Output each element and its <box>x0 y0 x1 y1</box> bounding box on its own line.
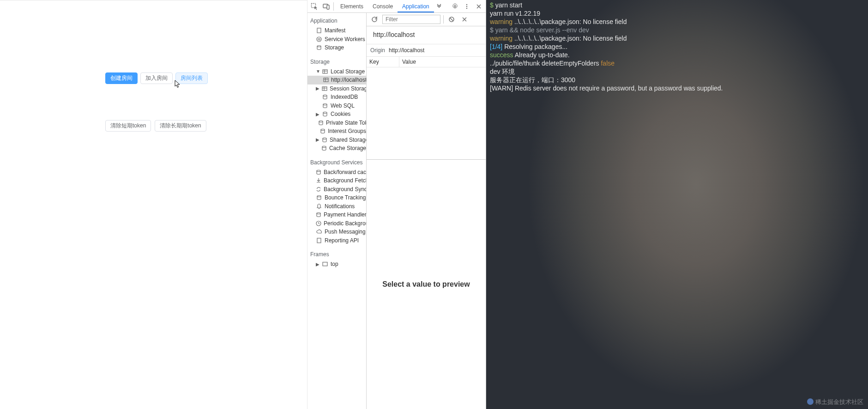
item-cookies[interactable]: ▶Cookies <box>307 110 366 119</box>
section-storage: Storage <box>307 57 366 67</box>
close-devtools-icon[interactable] <box>474 1 484 12</box>
juejin-logo-icon <box>807 398 814 405</box>
room-button-row: 创建房间 加入房间 房间列表 <box>105 72 208 84</box>
database-icon <box>322 94 328 100</box>
sync-icon <box>316 186 321 192</box>
terminal-output: $ yarn startyarn run v1.22.19warning ..\… <box>490 1 864 92</box>
svg-point-6 <box>466 7 467 8</box>
svg-point-19 <box>323 138 326 139</box>
svg-point-22 <box>317 196 321 197</box>
expand-arrow-icon[interactable]: ▶ <box>316 112 319 117</box>
item-indexeddb[interactable]: IndexedDB <box>307 93 366 102</box>
terminal-panel[interactable]: $ yarn startyarn run v1.22.19warning ..\… <box>486 0 868 409</box>
label: Payment Handler <box>324 211 367 218</box>
col-value[interactable]: Value <box>399 57 486 67</box>
section-frames: Frames <box>307 249 366 260</box>
item-notifications[interactable]: Notifications <box>307 202 366 211</box>
more-tabs-icon[interactable] <box>434 1 444 12</box>
svg-rect-7 <box>317 28 321 33</box>
label: Reporting API <box>325 237 359 244</box>
item-private-state-tokens[interactable]: Private State Tokens <box>307 119 366 127</box>
watermark: 稀土掘金技术社区 <box>807 398 863 406</box>
tab-application[interactable]: Application <box>398 0 434 12</box>
toolbar-divider <box>333 2 334 11</box>
expand-arrow-icon[interactable]: ▶ <box>316 262 319 267</box>
svg-rect-26 <box>323 262 327 266</box>
tab-console[interactable]: Console <box>368 0 398 12</box>
bell-icon <box>316 203 322 210</box>
device-toolbar-icon[interactable] <box>321 1 332 12</box>
tab-elements[interactable]: Elements <box>336 0 368 12</box>
label: Manifest <box>325 27 345 34</box>
origin-row: Origin http://localhost <box>367 44 486 57</box>
database-icon <box>316 194 322 201</box>
database-icon <box>322 102 328 109</box>
item-service-workers[interactable]: Service Workers <box>307 35 366 44</box>
item-local-storage-origin[interactable]: http://localhost <box>307 76 366 84</box>
expand-arrow-icon[interactable]: ▶ <box>316 137 319 142</box>
database-icon <box>318 120 324 126</box>
frame-icon <box>322 261 328 267</box>
fetch-icon <box>316 177 321 184</box>
svg-point-14 <box>323 95 327 96</box>
item-storage[interactable]: Storage <box>307 43 366 52</box>
origin-header: http://localhost <box>367 26 486 44</box>
expand-arrow-icon[interactable]: ▶ <box>316 86 319 91</box>
inspect-element-icon[interactable] <box>309 1 319 12</box>
item-web-sql[interactable]: Web SQL <box>307 102 366 110</box>
clock-icon <box>316 220 321 227</box>
origin-title: http://localhost <box>373 31 479 38</box>
clear-icon[interactable] <box>459 14 470 24</box>
item-periodic-bg[interactable]: Periodic Background Sync <box>307 219 366 228</box>
col-key[interactable]: Key <box>367 57 399 67</box>
item-session-storage[interactable]: ▶Session Storage <box>307 84 366 93</box>
storage-table-body[interactable] <box>367 67 486 160</box>
label: Service Workers <box>325 36 365 42</box>
item-manifest[interactable]: Manifest <box>307 26 366 35</box>
create-room-button[interactable]: 创建房间 <box>105 72 138 84</box>
settings-icon[interactable] <box>450 1 460 12</box>
application-sidebar[interactable]: Application Manifest Service Workers Sto… <box>307 13 367 409</box>
svg-rect-11 <box>323 70 327 73</box>
item-interest-groups[interactable]: Interest Groups <box>307 127 366 136</box>
label: Push Messaging <box>325 229 366 235</box>
item-bounce-tracking[interactable]: Bounce Tracking <box>307 193 366 202</box>
item-payment-handler[interactable]: Payment Handler <box>307 211 366 219</box>
filter-input[interactable] <box>382 15 440 24</box>
svg-point-18 <box>321 129 325 131</box>
svg-rect-13 <box>322 87 327 90</box>
item-shared-storage[interactable]: ▶Shared Storage <box>307 136 366 144</box>
clear-long-token-button[interactable]: 清除长期期token <box>155 120 206 132</box>
join-room-button[interactable]: 加入房间 <box>140 72 173 84</box>
label: Periodic Background Sync <box>324 220 367 227</box>
watermark-text: 稀土掘金技术社区 <box>815 398 863 405</box>
item-top-frame[interactable]: ▶top <box>307 260 366 269</box>
room-list-button[interactable]: 房间列表 <box>175 72 208 84</box>
svg-point-15 <box>323 103 327 105</box>
item-reporting-api[interactable]: Reporting API <box>307 236 366 245</box>
label: Back/forward cache <box>324 169 367 175</box>
label: Background Fetch <box>324 177 367 184</box>
item-bg-fetch[interactable]: Background Fetch <box>307 176 366 185</box>
item-push-messaging[interactable]: Push Messaging <box>307 228 366 236</box>
storage-detail-panel: http://localhost Origin http://localhost… <box>367 13 486 409</box>
item-local-storage[interactable]: ▼Local Storage <box>307 67 366 76</box>
collapse-arrow-icon[interactable]: ▼ <box>316 69 319 74</box>
item-bg-sync[interactable]: Background Sync <box>307 185 366 194</box>
item-cache-storage[interactable]: Cache Storage <box>307 144 366 153</box>
block-icon[interactable] <box>446 14 457 24</box>
database-icon <box>322 137 327 143</box>
devtools-toolbar: Elements Console Application <box>307 0 486 13</box>
storage-table-header: Key Value <box>367 57 486 67</box>
kebab-menu-icon[interactable] <box>462 1 472 12</box>
clear-short-token-button[interactable]: 清除短期token <box>105 120 151 132</box>
svg-point-10 <box>317 46 321 47</box>
label: Cookies <box>331 111 350 117</box>
label: Web SQL <box>331 102 355 109</box>
refresh-icon[interactable] <box>369 14 380 24</box>
gear-icon <box>316 36 322 42</box>
item-bf-cache[interactable]: Back/forward cache <box>307 168 366 177</box>
database-icon <box>321 145 327 151</box>
origin-value: http://localhost <box>389 47 424 54</box>
label: Storage <box>325 44 344 51</box>
